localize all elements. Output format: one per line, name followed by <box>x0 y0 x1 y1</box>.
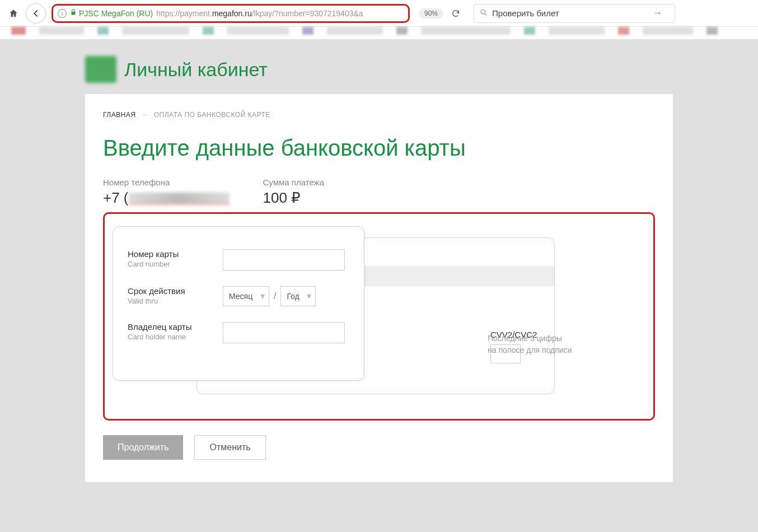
breadcrumb-home[interactable]: ГЛАВНАЯ <box>103 111 136 119</box>
info-icon[interactable]: i <box>58 9 67 18</box>
search-icon <box>480 8 488 18</box>
card-front: Номер карты Card number Срок действия Va… <box>113 226 364 381</box>
continue-button[interactable]: Продолжить <box>103 435 183 460</box>
home-icon[interactable] <box>4 4 22 22</box>
holder-label-en: Card holder name <box>128 333 223 341</box>
ssl-org: PJSC MegaFon (RU) <box>79 9 153 18</box>
back-button[interactable] <box>26 3 46 24</box>
card-form-highlight: CVV2/CVC2 Номер карты Card number <box>103 212 655 421</box>
page-title: Введите данные банковской карты <box>103 136 655 161</box>
amount-label: Сумма платежа <box>263 178 324 187</box>
url-prefix: https://payment. <box>156 9 212 18</box>
cancel-button[interactable]: Отменить <box>194 435 265 460</box>
cardnum-label-ru: Номер карты <box>128 249 223 259</box>
phone-label: Номер телефона <box>103 178 230 187</box>
url-domain: megafon.ru <box>212 9 252 18</box>
holder-label-ru: Владелец карты <box>128 322 223 332</box>
breadcrumb-current: ОПЛАТА ПО БАНКОВСКОЙ КАРТЕ <box>154 111 270 119</box>
search-placeholder: Проверить билет <box>492 8 559 18</box>
url-path: /lkpay/ <box>252 9 274 18</box>
amount-block: Сумма платежа 100 ₽ <box>263 178 324 207</box>
page-body: Личный кабинет ГЛАВНАЯ → ОПЛАТА ПО БАНКО… <box>0 39 758 532</box>
cardnum-input[interactable] <box>223 249 345 270</box>
phone-value: +7 ( <box>103 189 230 207</box>
valid-label-en: Valid thru <box>128 297 223 305</box>
zoom-badge[interactable]: 90% <box>419 8 443 18</box>
lock-icon <box>70 8 77 18</box>
month-select[interactable]: Месяц <box>223 286 269 306</box>
breadcrumb-sep: → <box>141 111 148 119</box>
reload-button[interactable] <box>447 4 465 22</box>
url-query: ?number=9307219403&a <box>274 9 363 18</box>
amount-value: 100 ₽ <box>263 189 324 207</box>
year-select[interactable]: Год <box>280 286 316 306</box>
content-panel: ГЛАВНАЯ → ОПЛАТА ПО БАНКОВСКОЙ КАРТЕ Вве… <box>85 94 673 482</box>
tab-strip <box>0 27 758 39</box>
valid-label-ru: Срок действия <box>128 286 223 296</box>
svg-point-0 <box>481 10 485 14</box>
address-bar[interactable]: i PJSC MegaFon (RU) https://payment. meg… <box>52 4 410 23</box>
date-slash: / <box>274 291 276 301</box>
phone-block: Номер телефона +7 ( <box>103 178 230 207</box>
cardnum-label-en: Card number <box>128 260 223 268</box>
breadcrumb: ГЛАВНАЯ → ОПЛАТА ПО БАНКОВСКОЙ КАРТЕ <box>103 111 655 119</box>
browser-toolbar: i PJSC MegaFon (RU) https://payment. meg… <box>0 0 758 27</box>
holder-input[interactable] <box>223 322 345 343</box>
go-arrow-icon[interactable]: → <box>645 7 669 19</box>
site-header: Личный кабинет <box>85 39 673 94</box>
phone-masked <box>129 193 230 205</box>
search-box[interactable]: Проверить билет → <box>474 4 675 23</box>
logo[interactable] <box>85 56 116 83</box>
cvv-hint: Последние 3 цифры на полосе для подписи <box>488 333 600 356</box>
brand-title: Личный кабинет <box>124 59 268 81</box>
